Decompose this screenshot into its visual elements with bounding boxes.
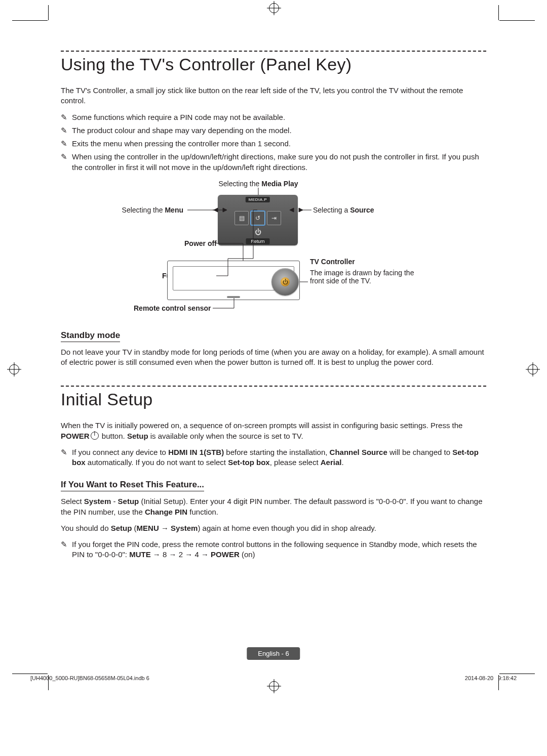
note-item: ✎ If you connect any device to HDMI IN 1… xyxy=(61,447,486,468)
crop-mark xyxy=(12,20,48,21)
note-text: Exits the menu when pressing the control… xyxy=(72,139,291,149)
footer-date: 2014-08-20 xyxy=(465,675,493,681)
footer-page-label: English - 6 xyxy=(247,647,300,660)
note-icon: ✎ xyxy=(61,112,72,122)
divider xyxy=(61,51,486,52)
registration-mark-top xyxy=(269,3,279,13)
reset-paragraph-1: Select System - Setup (Initial Setup). E… xyxy=(61,496,486,517)
label-text-bold: Media Play xyxy=(261,180,298,188)
text: automatically. If you do not want to sel… xyxy=(86,458,228,467)
text: ( xyxy=(132,524,136,532)
note-item: ✎Some functions which require a PIN code… xyxy=(61,112,486,122)
label-source: Selecting a Source xyxy=(313,206,374,214)
osd-return-badge: Return xyxy=(246,238,269,244)
svg-marker-7 xyxy=(299,208,303,212)
text: is available only when the source is set… xyxy=(148,432,303,440)
subheading-reset: If You Want to Reset This Feature... xyxy=(61,480,204,491)
text-bold: Setup xyxy=(127,432,148,440)
text: ) again at home even though you did in s… xyxy=(198,524,376,532)
text: - xyxy=(111,497,118,506)
note-icon: ✎ xyxy=(61,139,72,149)
divider xyxy=(61,386,486,387)
note-icon: ✎ xyxy=(61,125,72,136)
text: (on) xyxy=(240,550,255,559)
label-remote-sensor: Remote control sensor xyxy=(134,304,211,312)
intro-paragraph: The TV's Controller, a small joy stick l… xyxy=(61,86,486,106)
note-item: ✎When using the controller in the up/dow… xyxy=(61,152,486,173)
label-text: Selecting the xyxy=(218,180,261,188)
section-heading-initial-setup: Initial Setup xyxy=(61,390,486,409)
osd-source-icon: ⇥ xyxy=(267,211,281,225)
note-icon: ✎ xyxy=(61,152,72,173)
osd-menu: MEDIA.P ▤ ↺ ⇥ ⏻ Return xyxy=(218,195,298,245)
page: Using the TV's Controller (Panel Key) Th… xyxy=(0,0,547,756)
note-text: The product colour and shape may vary de… xyxy=(72,125,292,136)
power-icon: ⏻ xyxy=(281,277,290,286)
osd-top-badge: MEDIA.P xyxy=(246,197,270,202)
footer-time: 9:18:42 xyxy=(498,675,517,681)
text-bold: Aerial xyxy=(321,458,342,467)
reset-paragraph-2: You should do Setup (MENU → System) agai… xyxy=(61,523,486,533)
text: When the TV is initially powered on, a s… xyxy=(61,421,462,430)
controller-joystick: ⏻ xyxy=(271,268,299,296)
note-item: ✎ If you forget the PIN code, press the … xyxy=(61,539,486,560)
note-item: ✎Exits the menu when pressing the contro… xyxy=(61,139,486,149)
note-text: When using the controller in the up/down… xyxy=(72,152,486,173)
registration-mark-left xyxy=(9,364,19,374)
crop-mark xyxy=(48,5,49,20)
registration-mark-right xyxy=(528,364,538,374)
text: will be changed to xyxy=(387,448,452,456)
text-bold: Set-top box xyxy=(228,458,270,467)
text-bold: System xyxy=(84,497,111,506)
text-bold: HDMI IN 1(STB) xyxy=(168,448,224,456)
note-text: Some functions which require a PIN code … xyxy=(72,112,285,122)
label-text-bold: Source xyxy=(350,206,374,214)
osd-return-icon: ↺ xyxy=(251,211,265,225)
registration-mark-bottom xyxy=(269,681,279,691)
text-bold: MUTE xyxy=(129,550,151,559)
label-text: Selecting the xyxy=(122,206,165,214)
section-heading-controller: Using the TV's Controller (Panel Key) xyxy=(61,55,486,74)
text: function. xyxy=(187,508,218,516)
text: button. xyxy=(100,432,127,440)
osd-icon-row: ▤ ↺ ⇥ xyxy=(235,211,281,225)
crop-mark xyxy=(498,5,499,20)
label-power-off: Power off xyxy=(184,239,217,247)
remote-sensor-graphic xyxy=(227,296,240,298)
controller-diagram: Selecting the Media Play Selecting the M… xyxy=(61,180,486,316)
label-media-play: Selecting the Media Play xyxy=(208,180,309,188)
osd-menu-icon: ▤ xyxy=(235,211,249,225)
text: . xyxy=(341,458,343,467)
osd-power-icon: ⏻ xyxy=(255,228,261,236)
text-bold: Setup xyxy=(118,497,139,506)
note-icon: ✎ xyxy=(61,447,72,468)
text-bold: Setup xyxy=(111,524,132,532)
crop-mark xyxy=(12,674,48,674)
text: → 8 → 2 → 4 → xyxy=(151,550,211,559)
subheading-standby: Standby mode xyxy=(61,330,120,342)
text: Select xyxy=(61,497,84,506)
section-initial-setup: Initial Setup When the TV is initially p… xyxy=(61,386,486,560)
standby-paragraph: Do not leave your TV in standby mode for… xyxy=(61,347,486,368)
crop-mark xyxy=(499,20,535,21)
note-text: If you forget the PIN code, press the re… xyxy=(72,539,486,560)
footer-filename: [UH4000_5000-RU]BN68-05658M-05L04.indb 6 xyxy=(30,675,149,681)
tv-controller-note: The image is drawn by facing the front s… xyxy=(310,269,421,285)
page-content: Using the TV's Controller (Panel Key) Th… xyxy=(61,51,486,563)
svg-marker-5 xyxy=(214,208,218,212)
label-tv-controller: TV Controller xyxy=(310,258,355,266)
note-item: ✎The product colour and shape may vary d… xyxy=(61,125,486,136)
text: You should do xyxy=(61,524,111,532)
label-text-bold: Menu xyxy=(165,206,183,214)
power-icon xyxy=(91,432,99,440)
note-text: If you connect any device to HDMI IN 1(S… xyxy=(72,447,486,468)
text: , please select xyxy=(270,458,321,467)
initial-setup-paragraph: When the TV is initially powered on, a s… xyxy=(61,421,486,441)
text-bold: MENU → System xyxy=(137,524,198,532)
footer-date-time: 2014-08-20 9:18:42 xyxy=(465,675,517,681)
label-menu: Selecting the Menu xyxy=(102,206,183,214)
text-bold: POWER xyxy=(211,550,240,559)
note-icon: ✎ xyxy=(61,539,72,560)
text-bold: Channel Source xyxy=(330,448,387,456)
text-bold: Change PIN xyxy=(145,508,187,516)
